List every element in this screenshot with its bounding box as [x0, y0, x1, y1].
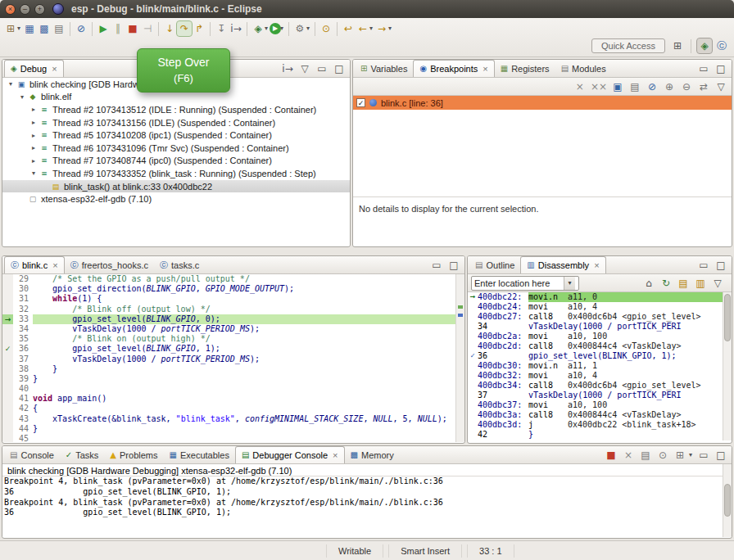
tree-expanded-arrow-icon[interactable]: ▾ [17, 93, 27, 101]
show-opcodes-icon[interactable]: ▥ [693, 276, 708, 291]
suspend-icon[interactable]: ‖ [111, 21, 125, 36]
tree-expanded-arrow-icon[interactable]: ▾ [29, 169, 39, 177]
maximize-icon[interactable]: □ [332, 61, 347, 76]
minimize-icon[interactable]: ▭ [696, 448, 711, 463]
tab-debugger-console[interactable]: ▤Debugger Console× [235, 446, 345, 463]
disassembly-content[interactable]: →400dbc22:movi.na11, 0400dbc24:movia10, … [468, 292, 723, 440]
tab-memory[interactable]: ▩Memory [345, 446, 400, 463]
clear-console-icon[interactable]: ▤ [638, 448, 653, 463]
disassembly-row[interactable]: 400dbc37:movia10, 100 [468, 400, 723, 410]
debug-tree-item[interactable]: ▸≡Thread #3 1073413156 (IDLE) (Suspended… [2, 116, 350, 129]
maximize-icon[interactable]: □ [714, 448, 728, 463]
code-line[interactable]: 44} [2, 424, 455, 434]
debug-tree-item[interactable]: ▸≡Thread #2 1073413512 (IDLE : Running) … [2, 103, 350, 116]
tree-collapsed-arrow-icon[interactable]: ▸ [29, 106, 39, 113]
drop-to-frame-icon[interactable]: ↧ [214, 21, 229, 36]
pin-console-icon[interactable]: ⊙ [655, 448, 670, 463]
dropdown-icon[interactable]: ▾ [279, 21, 285, 36]
code-line[interactable]: 30 gpio_set_direction(BLINK_GPIO, GPIO_M… [2, 284, 455, 294]
step-over-icon[interactable]: ↷ [177, 21, 192, 36]
view-menu-icon[interactable]: ▽ [710, 276, 725, 291]
search-icon[interactable]: ⊙ [319, 21, 333, 36]
save-all-icon[interactable]: ▩ [37, 21, 52, 36]
view-menu-icon[interactable]: ▽ [714, 79, 728, 94]
skip-all-breakpoints-icon[interactable]: ⊘ [645, 79, 659, 94]
terminate-icon[interactable]: ■ [125, 21, 140, 36]
code-line[interactable]: 37 vTaskDelay(1000 / portTICK_PERIOD_MS)… [2, 355, 455, 364]
disassembly-row[interactable]: 400dbc32:movia10, 4 [468, 371, 723, 381]
disassembly-row[interactable]: 400dbc34:call80x400dc6b4 <gpio_set_level… [468, 381, 723, 391]
code-line[interactable]: 39} [2, 374, 455, 384]
tab-freertos-hooks-c[interactable]: ⓒfreertos_hooks.c [65, 256, 154, 273]
dropdown-icon[interactable]: ▾ [368, 21, 374, 36]
step-return-icon[interactable]: ↱ [192, 21, 206, 36]
expand-all-icon[interactable]: ⊕ [662, 79, 677, 94]
debug-tree-item[interactable]: ▸≡Thread #7 1073408744 (ipc0) (Suspended… [2, 155, 350, 168]
tab-modules[interactable]: ▤Modules [555, 60, 612, 77]
tab-console[interactable]: ▤Console [4, 446, 60, 463]
code-line[interactable]: 31 while(1) { [2, 294, 455, 304]
minimize-icon[interactable]: ▭ [696, 61, 711, 76]
breakpoint-row[interactable]: ✓ blink.c [line: 36] [353, 96, 732, 110]
disassembly-scrollbar[interactable] [723, 292, 732, 440]
show-source-icon[interactable]: ▤ [676, 276, 691, 291]
dropdown-icon[interactable]: ▾ [387, 21, 393, 36]
tree-collapsed-arrow-icon[interactable]: ▸ [29, 144, 39, 151]
debug-tree-item[interactable]: ▸≡Thread #5 1073410208 (ipc1) (Suspended… [2, 129, 350, 142]
tab-problems[interactable]: ▲Problems [104, 446, 163, 463]
close-icon[interactable]: × [594, 260, 599, 270]
tab-disassembly[interactable]: ▥Disassembly× [520, 256, 605, 273]
last-edit-location-icon[interactable]: ↩ [341, 21, 356, 36]
tree-collapsed-arrow-icon[interactable]: ▸ [29, 119, 39, 126]
window-minimize-button[interactable]: – [20, 4, 30, 15]
console-scrollbar[interactable] [723, 464, 732, 537]
code-editor[interactable]: 29 /* Set the GPIO as a push/pull output… [2, 274, 455, 442]
minimize-icon[interactable]: ▭ [429, 258, 444, 273]
code-line[interactable]: 29 /* Set the GPIO as a push/pull output… [2, 274, 455, 284]
tab-tasks[interactable]: ✓Tasks [60, 446, 105, 463]
disassembly-row[interactable]: 400dbc30:movi.na11, 1 [468, 361, 723, 371]
code-line[interactable]: 41void app_main() [2, 394, 455, 404]
save-icon[interactable]: ▦ [22, 21, 37, 36]
tab-variables[interactable]: ⊞Variables [355, 60, 413, 77]
overview-breakpoint-marker[interactable] [458, 314, 463, 317]
terminate-icon[interactable]: ■ [604, 448, 618, 463]
instruction-stepping-icon[interactable]: i→ [280, 61, 295, 76]
maximize-icon[interactable]: □ [446, 258, 461, 273]
tab-tasks-c[interactable]: ⓒtasks.c [154, 256, 205, 273]
maximize-icon[interactable]: □ [714, 61, 728, 76]
home-icon[interactable]: ⌂ [641, 276, 656, 291]
open-console-icon[interactable]: ⊞ [673, 448, 687, 463]
refresh-icon[interactable]: ↻ [659, 276, 673, 291]
dropdown-icon[interactable]: ▾ [16, 21, 22, 36]
code-line[interactable]: 42{ [2, 404, 455, 413]
debug-tree-item[interactable]: ▤blink_task() at blink.c:33 0x400dbc22 [2, 180, 350, 193]
code-line[interactable]: 35 /* Blink on (output high) */ [2, 334, 455, 344]
c-cpp-perspective-icon[interactable]: ⓒ [714, 38, 729, 53]
disassembly-row[interactable]: 400dbc27:call80x400dc6b4 <gpio_set_level… [468, 312, 723, 322]
code-line[interactable]: 43 xTaskCreate(&blink_task, "blink_task"… [2, 414, 455, 424]
console-output[interactable]: Breakpoint 4, blink_task (pvParameter=0x… [2, 476, 723, 518]
location-input[interactable] [472, 278, 564, 288]
step-into-icon[interactable]: ↓ [162, 21, 177, 36]
debug-tree-item[interactable]: ▸≡Thread #6 1073431096 (Tmr Svc) (Suspen… [2, 142, 350, 155]
disassembly-row[interactable]: 42} [468, 430, 723, 440]
disassembly-row[interactable]: 400dbc3a:call80x400844c4 <vTaskDelay> [468, 410, 723, 420]
chevron-down-icon[interactable]: ▾ [564, 277, 575, 290]
quick-access-button[interactable]: Quick Access [591, 38, 665, 53]
go-to-file-icon[interactable]: ▤ [628, 79, 642, 94]
dropdown-icon[interactable]: ▾ [687, 448, 694, 463]
instruction-stepping-icon[interactable]: i→ [229, 21, 243, 36]
maximize-icon[interactable]: □ [714, 258, 728, 273]
open-perspective-icon[interactable]: ⊞ [670, 38, 685, 53]
code-line[interactable]: 45 [2, 434, 455, 442]
code-line[interactable]: →33 gpio_set_level(BLINK_GPIO, 0); [2, 314, 455, 324]
disassembly-row[interactable]: 400dbc2a:movia10, 100 [468, 332, 723, 341]
disassembly-row[interactable]: 37vTaskDelay(1000 / portTICK_PERI [468, 391, 723, 400]
code-line[interactable]: ✓36 gpio_set_level(BLINK_GPIO, 1); [2, 344, 455, 354]
window-close-button[interactable]: × [5, 4, 16, 15]
remove-launch-icon[interactable]: × [621, 448, 636, 463]
code-line[interactable]: 40 [2, 384, 455, 394]
dropdown-icon[interactable]: ▾ [305, 21, 311, 36]
debug-tree-item[interactable]: ▾≡Thread #9 1073433352 (blink_task : Run… [2, 167, 350, 180]
